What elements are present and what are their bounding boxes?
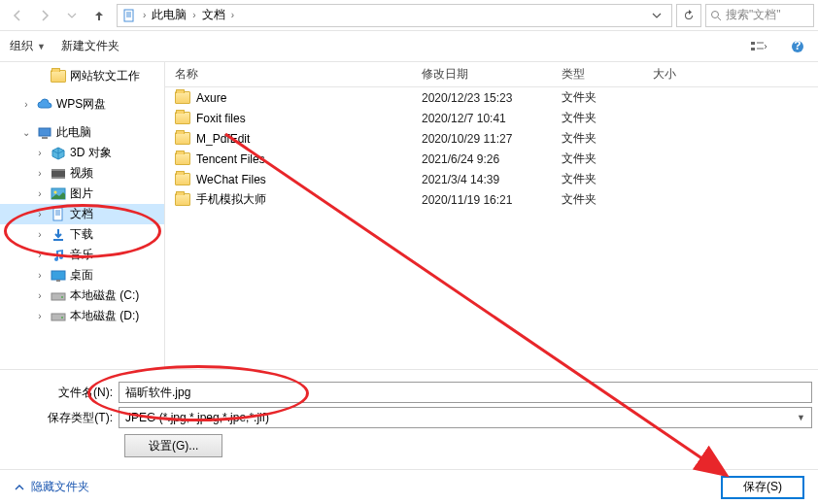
- tree-item[interactable]: ›视频: [0, 163, 164, 184]
- column-name[interactable]: 名称: [165, 66, 412, 83]
- help-button[interactable]: ?: [787, 40, 808, 53]
- video-icon: [51, 166, 66, 182]
- organize-menu[interactable]: 组织▼: [10, 38, 46, 54]
- tree-item-label: 本地磁盘 (D:): [70, 308, 139, 324]
- tree-item[interactable]: ⌄此电脑: [0, 122, 164, 143]
- tree-item[interactable]: ›音乐: [0, 245, 164, 265]
- view-options-button[interactable]: [746, 40, 771, 53]
- column-size[interactable]: 大小: [643, 66, 721, 83]
- expand-toggle[interactable]: ›: [33, 188, 47, 199]
- file-date: 2021/3/4 14:39: [412, 173, 552, 186]
- svg-rect-13: [42, 137, 48, 139]
- folder-icon: [175, 112, 190, 124]
- pc-icon: [37, 125, 52, 141]
- tree-item[interactable]: ›3D 对象: [0, 143, 164, 163]
- expand-toggle[interactable]: ›: [33, 168, 47, 179]
- 3d-icon: [51, 146, 66, 161]
- expand-toggle[interactable]: ›: [33, 311, 47, 321]
- expand-toggle[interactable]: ›: [33, 250, 47, 260]
- search-icon: [710, 10, 722, 21]
- tree-item[interactable]: ›下载: [0, 224, 164, 245]
- file-type: 文件夹: [552, 171, 643, 187]
- breadcrumb[interactable]: › 此电脑 › 文档 ›: [117, 4, 672, 27]
- folder-icon: [175, 132, 190, 145]
- folder-icon: [175, 152, 190, 165]
- tree-item-label: 下载: [70, 226, 93, 243]
- file-row[interactable]: Tencent Files2021/6/24 9:26文件夹: [165, 149, 818, 169]
- file-name: 手机模拟大师: [196, 191, 266, 208]
- tree-item-label: 3D 对象: [70, 145, 112, 161]
- file-date: 2020/12/7 10:41: [412, 112, 552, 125]
- save-button[interactable]: 保存(S): [721, 476, 804, 499]
- dl-icon: [51, 227, 66, 243]
- tree-item[interactable]: ›本地磁盘 (D:): [0, 306, 164, 326]
- column-type[interactable]: 类型: [552, 66, 643, 83]
- recent-dropdown[interactable]: [58, 4, 85, 27]
- tree-item[interactable]: ›图片: [0, 184, 164, 204]
- breadcrumb-dropdown[interactable]: [646, 11, 667, 20]
- search-input[interactable]: 搜索"文档": [705, 4, 814, 27]
- expand-toggle[interactable]: ›: [33, 229, 47, 240]
- tree-item[interactable]: ›WPS网盘: [0, 94, 164, 115]
- expand-toggle[interactable]: ›: [33, 209, 47, 219]
- file-type: 文件夹: [552, 110, 643, 126]
- svg-line-5: [718, 17, 721, 20]
- tree-item-label: 视频: [70, 165, 93, 182]
- file-date: 2020/11/19 16:21: [412, 193, 552, 207]
- search-placeholder: 搜索"文档": [726, 7, 781, 23]
- tree-item[interactable]: ›文档: [0, 204, 164, 224]
- file-type: 文件夹: [552, 130, 643, 147]
- file-type: 文件夹: [552, 151, 643, 167]
- chevron-right-icon: ›: [190, 10, 197, 20]
- svg-rect-0: [124, 10, 133, 21]
- expand-toggle[interactable]: ⌄: [19, 127, 33, 138]
- file-type: 文件夹: [552, 89, 643, 106]
- folder-icon: [175, 193, 190, 206]
- save-form: 文件名(N): 福昕软件.jpg 保存类型(T): JPEG (*.jpg,*.…: [0, 369, 818, 457]
- tree-item-label: 音乐: [70, 247, 93, 263]
- doc-icon: [51, 207, 66, 222]
- file-row[interactable]: WeChat Files2021/3/4 14:39文件夹: [165, 169, 818, 189]
- navigation-tree: 网站软文工作›WPS网盘⌄此电脑›3D 对象›视频›图片›文档›下载›音乐›桌面…: [0, 62, 165, 369]
- filename-input[interactable]: 福昕软件.jpg: [119, 382, 812, 403]
- forward-button[interactable]: [31, 4, 58, 27]
- up-button[interactable]: [85, 4, 113, 27]
- savetype-select[interactable]: JPEG (*.jpg,*.jpeg,*.jpe,*.jif) ▼: [119, 407, 812, 428]
- column-date[interactable]: 修改日期: [412, 66, 552, 83]
- svg-point-4: [712, 11, 719, 17]
- file-row[interactable]: Axure2020/12/23 15:23文件夹: [165, 87, 818, 108]
- hide-folders-toggle[interactable]: 隐藏文件夹: [14, 479, 89, 495]
- file-date: 2021/6/24 9:26: [412, 152, 552, 166]
- file-row[interactable]: M_PdfEdit2020/10/29 11:27文件夹: [165, 128, 818, 149]
- svg-rect-25: [56, 280, 60, 282]
- chevron-down-icon: ▼: [797, 413, 805, 422]
- tree-item[interactable]: ›桌面: [0, 265, 164, 286]
- file-row[interactable]: Foxit files2020/12/7 10:41文件夹: [165, 108, 818, 128]
- expand-toggle[interactable]: ›: [33, 148, 47, 158]
- back-button[interactable]: [4, 4, 31, 27]
- disk-icon: [51, 288, 66, 304]
- tree-item-label: WPS网盘: [56, 96, 106, 113]
- svg-rect-12: [39, 128, 51, 136]
- tree-item-label: 网站软文工作: [70, 68, 140, 84]
- svg-point-29: [61, 317, 63, 319]
- settings-button[interactable]: 设置(G)...: [124, 434, 222, 457]
- cloud-icon: [37, 97, 52, 113]
- breadcrumb-this-pc[interactable]: 此电脑: [148, 5, 190, 26]
- breadcrumb-documents[interactable]: 文档: [198, 5, 229, 26]
- file-row[interactable]: 手机模拟大师2020/11/19 16:21文件夹: [165, 189, 818, 210]
- tree-item[interactable]: ›本地磁盘 (C:): [0, 286, 164, 306]
- tree-item[interactable]: 网站软文工作: [0, 66, 164, 86]
- refresh-button[interactable]: [676, 4, 701, 27]
- file-name: WeChat Files: [196, 173, 266, 186]
- music-icon: [51, 248, 66, 263]
- folder-icon: [175, 91, 190, 104]
- file-name: M_PdfEdit: [196, 132, 250, 146]
- svg-rect-26: [51, 293, 65, 300]
- address-bar: › 此电脑 › 文档 › 搜索"文档": [0, 0, 818, 31]
- new-folder-button[interactable]: 新建文件夹: [61, 38, 119, 54]
- expand-toggle[interactable]: ›: [33, 290, 47, 301]
- file-type: 文件夹: [552, 191, 643, 208]
- expand-toggle[interactable]: ›: [19, 99, 33, 110]
- expand-toggle[interactable]: ›: [33, 270, 47, 281]
